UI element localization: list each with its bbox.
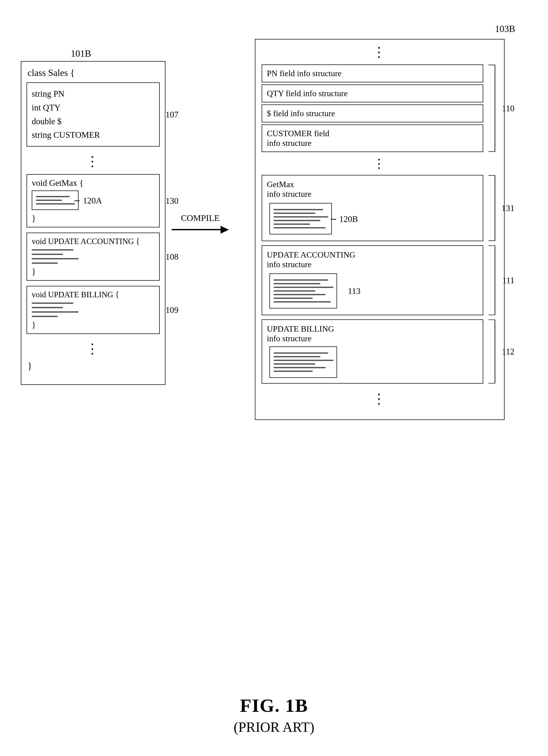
update-billing-title: void UPDATE BILLING { — [32, 290, 154, 299]
figure-title-area: FIG. 1B (PRIOR ART) — [0, 695, 548, 735]
label-101b: 101B — [71, 48, 91, 59]
update-accounting-info-box: UPDATE ACCOUNTINGinfo structure 113 — [261, 245, 483, 315]
update-accounting-box: void UPDATE ACCOUNTING { } — [27, 233, 160, 281]
customer-field-info-box: CUSTOMER fieldinfo structure — [261, 124, 483, 152]
update-accounting-closing: } — [32, 267, 154, 277]
update-billing-box: void UPDATE BILLING { } — [27, 286, 160, 334]
ref-109: 109 — [166, 305, 179, 315]
dots-2: ⋮ — [21, 339, 165, 358]
update-billing-info-inner-box — [269, 346, 337, 378]
getmax-box: void GetMax { ∼ 120A } — [27, 174, 160, 227]
bracket-111 — [483, 245, 496, 315]
getmax-inner-box — [32, 190, 78, 210]
getmax-info-title: GetMaxinfo structure — [267, 180, 478, 199]
label-103b: 103B — [495, 23, 515, 34]
getmax-info-box: GetMaxinfo structure ∼ 120B — [261, 175, 483, 241]
ref-111: 111 — [502, 275, 514, 285]
getmax-closing: } — [32, 214, 154, 223]
class-sales-box: class Sales { string PN int QTY double $… — [21, 61, 165, 385]
right-dots-bottom: ⋮ — [255, 386, 504, 409]
getmax-title: void GetMax { — [32, 178, 154, 188]
bracket-131 — [483, 175, 496, 241]
ref-107: 107 — [166, 110, 179, 119]
compile-arrow — [172, 226, 229, 234]
ref-108: 108 — [166, 252, 179, 261]
bracket-112 — [483, 319, 496, 384]
class-closing-brace: } — [21, 358, 165, 377]
ref-131: 131 — [502, 203, 515, 213]
compile-label: COMPILE — [181, 213, 219, 223]
figure-subtitle: (PRIOR ART) — [0, 719, 548, 735]
ref-120a: ∼ 120A — [73, 195, 102, 205]
ref-113: 113 — [348, 286, 361, 296]
compile-area: COMPILE — [172, 213, 229, 234]
dollar-field-info-box: $ field info structure — [261, 104, 483, 122]
update-accounting-info-title: UPDATE ACCOUNTINGinfo structure — [267, 250, 478, 269]
field-lines: string PN int QTY double $ string CUSTOM… — [32, 87, 154, 142]
class-sales-title: class Sales { — [21, 62, 165, 82]
update-billing-closing: } — [32, 320, 154, 330]
bracket-110 — [483, 64, 496, 152]
ref-120b: ∼ 120B — [330, 214, 358, 224]
getmax-info-inner-box — [269, 203, 332, 234]
update-accounting-title: void UPDATE ACCOUNTING { — [32, 237, 154, 246]
ref-110: 110 — [502, 103, 514, 113]
ref-112: 112 — [502, 347, 514, 356]
dots-1: ⋮ — [21, 152, 165, 170]
qty-field-info-box: QTY field info structure — [261, 84, 483, 102]
ref-130: 130 — [166, 196, 179, 206]
right-outer-box: ⋮ PN field info structure QTY field info… — [255, 39, 505, 420]
right-dots-mid1: ⋮ — [255, 155, 504, 172]
update-billing-info-box: UPDATE BILLINGinfo structure — [261, 319, 483, 384]
figure-title: FIG. 1B — [0, 695, 548, 716]
update-billing-info-title: UPDATE BILLINGinfo structure — [267, 324, 478, 343]
update-accounting-info-inner-box — [269, 273, 337, 308]
fields-inner-box: string PN int QTY double $ string CUSTOM… — [27, 82, 160, 147]
pn-field-info-box: PN field info structure — [261, 64, 483, 82]
right-dots-top: ⋮ — [255, 40, 504, 62]
